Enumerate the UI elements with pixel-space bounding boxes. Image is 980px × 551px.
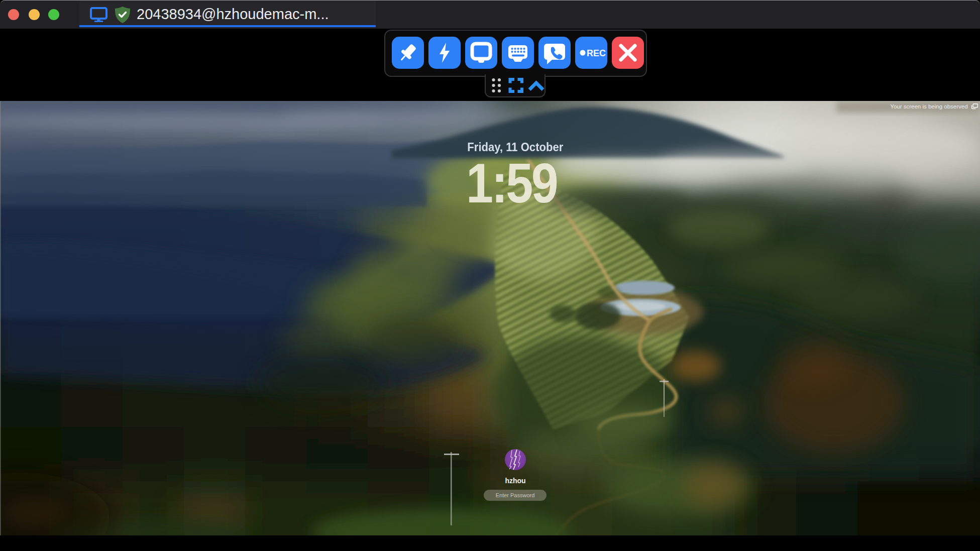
svg-text:REC: REC	[587, 48, 606, 58]
